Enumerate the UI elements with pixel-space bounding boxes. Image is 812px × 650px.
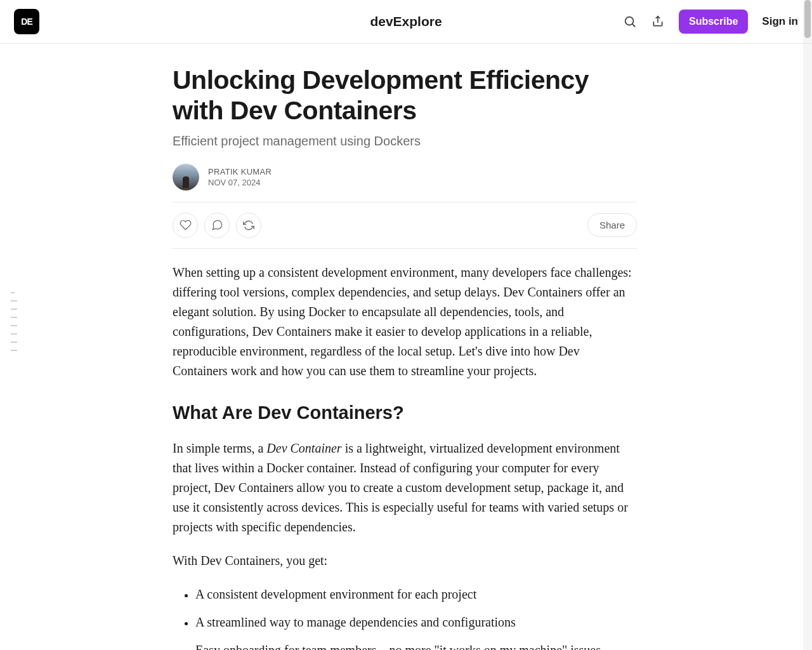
- paragraph: With Dev Containers, you get:: [173, 551, 637, 571]
- top-bar: DE devExplore Subscribe Sign in: [0, 0, 812, 44]
- article: Unlocking Development Efficiency with De…: [173, 44, 637, 650]
- text: In simple terms, a: [173, 441, 266, 455]
- list-item: A consistent development environment for…: [195, 585, 637, 604]
- signin-button[interactable]: Sign in: [762, 15, 798, 28]
- byline: PRATIK KUMAR NOV 07, 2024: [173, 164, 637, 190]
- heading-what-are: What Are Dev Containers?: [173, 399, 637, 427]
- site-logo[interactable]: DE: [14, 9, 39, 34]
- benefits-list: A consistent development environment for…: [173, 585, 637, 650]
- like-button[interactable]: [173, 213, 198, 238]
- subscribe-button[interactable]: Subscribe: [679, 10, 748, 34]
- search-icon[interactable]: [623, 15, 637, 29]
- article-body: When setting up a consistent development…: [173, 249, 637, 650]
- scrollbar[interactable]: [803, 0, 812, 650]
- comment-button[interactable]: [204, 213, 230, 238]
- share-top-icon[interactable]: [651, 15, 665, 29]
- post-subtitle: Efficient project management using Docke…: [173, 134, 637, 149]
- paragraph: When setting up a consistent development…: [173, 263, 637, 381]
- top-actions: Subscribe Sign in: [623, 10, 798, 34]
- author-avatar[interactable]: [173, 164, 199, 190]
- post-date: NOV 07, 2024: [208, 178, 272, 187]
- site-title[interactable]: devExplore: [370, 14, 442, 29]
- action-row: Share: [173, 202, 637, 248]
- svg-point-0: [625, 17, 634, 25]
- list-item: Easy onboarding for team members—no more…: [195, 640, 637, 650]
- paragraph: In simple terms, a Dev Container is a li…: [173, 439, 637, 537]
- restack-button[interactable]: [236, 213, 261, 238]
- svg-line-1: [632, 24, 635, 27]
- toc-indicator[interactable]: [11, 292, 17, 351]
- share-button[interactable]: Share: [587, 213, 637, 237]
- em-text: Dev Container: [266, 441, 341, 455]
- list-item: A streamlined way to manage dependencies…: [195, 613, 637, 632]
- author-name[interactable]: PRATIK KUMAR: [208, 167, 272, 176]
- post-title: Unlocking Development Efficiency with De…: [173, 65, 637, 126]
